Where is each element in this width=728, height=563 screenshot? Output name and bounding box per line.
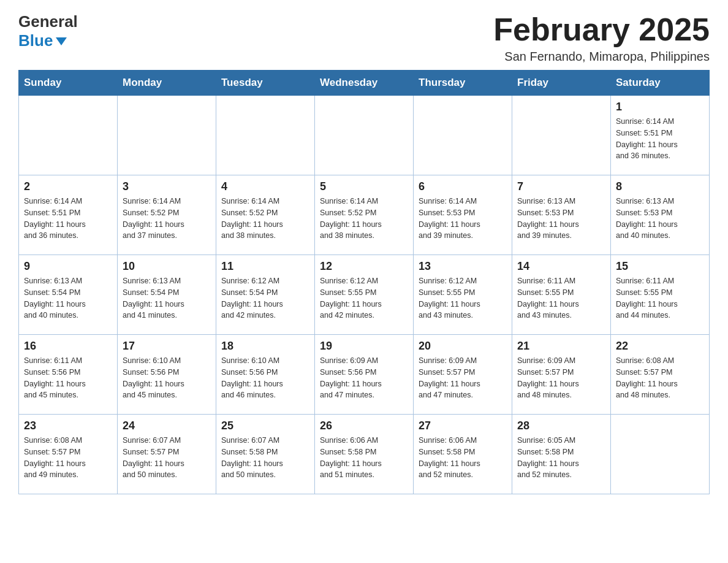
day-number: 26 — [320, 419, 408, 432]
day-info: Sunrise: 6:11 AM Sunset: 5:55 PM Dayligh… — [517, 275, 605, 321]
day-info: Sunrise: 6:09 AM Sunset: 5:56 PM Dayligh… — [320, 355, 408, 401]
calendar-cell: 20Sunrise: 6:09 AM Sunset: 5:57 PM Dayli… — [414, 335, 512, 415]
logo-blue-row: Blue — [18, 31, 67, 50]
calendar-cell — [611, 415, 710, 494]
calendar-body: 1Sunrise: 6:14 AM Sunset: 5:51 PM Daylig… — [19, 96, 710, 494]
month-title: February 2025 — [493, 12, 710, 47]
day-number: 16 — [24, 340, 112, 353]
day-number: 17 — [123, 340, 211, 353]
calendar-cell: 6Sunrise: 6:14 AM Sunset: 5:53 PM Daylig… — [414, 175, 512, 255]
calendar-cell: 25Sunrise: 6:07 AM Sunset: 5:58 PM Dayli… — [216, 415, 315, 494]
logo-blue-text: Blue — [18, 31, 53, 50]
logo-arrow-icon — [56, 37, 67, 45]
day-info: Sunrise: 6:11 AM Sunset: 5:55 PM Dayligh… — [616, 275, 704, 321]
day-number: 13 — [419, 260, 507, 273]
calendar-cell: 3Sunrise: 6:14 AM Sunset: 5:52 PM Daylig… — [118, 175, 216, 255]
day-number: 3 — [123, 180, 211, 193]
weekday-header-tuesday: Tuesday — [216, 71, 315, 96]
logo-general-text: General — [18, 12, 78, 31]
day-number: 4 — [221, 180, 309, 193]
weekday-header-wednesday: Wednesday — [315, 71, 414, 96]
calendar-week-row: 1Sunrise: 6:14 AM Sunset: 5:51 PM Daylig… — [19, 96, 710, 175]
calendar-cell: 8Sunrise: 6:13 AM Sunset: 5:53 PM Daylig… — [611, 175, 710, 255]
title-area: February 2025 San Fernando, Mimaropa, Ph… — [493, 12, 710, 64]
day-number: 11 — [221, 260, 309, 273]
day-info: Sunrise: 6:14 AM Sunset: 5:52 PM Dayligh… — [123, 196, 211, 242]
weekday-header-monday: Monday — [118, 71, 216, 96]
day-info: Sunrise: 6:13 AM Sunset: 5:54 PM Dayligh… — [24, 275, 112, 321]
day-number: 24 — [123, 419, 211, 432]
calendar-cell: 24Sunrise: 6:07 AM Sunset: 5:57 PM Dayli… — [118, 415, 216, 494]
day-number: 14 — [517, 260, 605, 273]
day-info: Sunrise: 6:13 AM Sunset: 5:53 PM Dayligh… — [517, 196, 605, 242]
calendar-cell — [118, 96, 216, 175]
calendar-week-row: 23Sunrise: 6:08 AM Sunset: 5:57 PM Dayli… — [19, 415, 710, 494]
calendar-cell — [414, 96, 512, 175]
logo-area: General Blue — [18, 12, 78, 50]
calendar-cell: 17Sunrise: 6:10 AM Sunset: 5:56 PM Dayli… — [118, 335, 216, 415]
day-info: Sunrise: 6:06 AM Sunset: 5:58 PM Dayligh… — [419, 435, 507, 481]
day-number: 10 — [123, 260, 211, 273]
day-number: 19 — [320, 340, 408, 353]
weekday-header-row: SundayMondayTuesdayWednesdayThursdayFrid… — [19, 71, 710, 96]
day-info: Sunrise: 6:14 AM Sunset: 5:52 PM Dayligh… — [320, 196, 408, 242]
day-info: Sunrise: 6:05 AM Sunset: 5:58 PM Dayligh… — [517, 435, 605, 481]
day-info: Sunrise: 6:07 AM Sunset: 5:58 PM Dayligh… — [221, 435, 309, 481]
calendar-cell: 18Sunrise: 6:10 AM Sunset: 5:56 PM Dayli… — [216, 335, 315, 415]
calendar-cell: 9Sunrise: 6:13 AM Sunset: 5:54 PM Daylig… — [19, 255, 118, 335]
day-number: 5 — [320, 180, 408, 193]
calendar-cell: 19Sunrise: 6:09 AM Sunset: 5:56 PM Dayli… — [315, 335, 414, 415]
calendar-cell — [216, 96, 315, 175]
page-header: General Blue February 2025 San Fernando,… — [18, 12, 710, 64]
day-number: 22 — [616, 340, 704, 353]
day-number: 8 — [616, 180, 704, 193]
calendar-cell: 12Sunrise: 6:12 AM Sunset: 5:55 PM Dayli… — [315, 255, 414, 335]
day-number: 23 — [24, 419, 112, 432]
calendar-cell: 15Sunrise: 6:11 AM Sunset: 5:55 PM Dayli… — [611, 255, 710, 335]
weekday-header-sunday: Sunday — [19, 71, 118, 96]
day-number: 18 — [221, 340, 309, 353]
day-number: 2 — [24, 180, 112, 193]
calendar-cell — [19, 96, 118, 175]
calendar-header: SundayMondayTuesdayWednesdayThursdayFrid… — [19, 71, 710, 96]
calendar-cell — [315, 96, 414, 175]
calendar-cell: 7Sunrise: 6:13 AM Sunset: 5:53 PM Daylig… — [512, 175, 611, 255]
day-number: 27 — [419, 419, 507, 432]
day-info: Sunrise: 6:13 AM Sunset: 5:53 PM Dayligh… — [616, 196, 704, 242]
calendar-cell: 2Sunrise: 6:14 AM Sunset: 5:51 PM Daylig… — [19, 175, 118, 255]
calendar-cell: 23Sunrise: 6:08 AM Sunset: 5:57 PM Dayli… — [19, 415, 118, 494]
day-number: 28 — [517, 419, 605, 432]
day-number: 12 — [320, 260, 408, 273]
calendar-cell — [512, 96, 611, 175]
day-info: Sunrise: 6:12 AM Sunset: 5:55 PM Dayligh… — [419, 275, 507, 321]
day-info: Sunrise: 6:07 AM Sunset: 5:57 PM Dayligh… — [123, 435, 211, 481]
calendar-cell: 4Sunrise: 6:14 AM Sunset: 5:52 PM Daylig… — [216, 175, 315, 255]
day-info: Sunrise: 6:14 AM Sunset: 5:53 PM Dayligh… — [419, 196, 507, 242]
day-info: Sunrise: 6:12 AM Sunset: 5:55 PM Dayligh… — [320, 275, 408, 321]
day-number: 7 — [517, 180, 605, 193]
day-number: 9 — [24, 260, 112, 273]
day-info: Sunrise: 6:14 AM Sunset: 5:52 PM Dayligh… — [221, 196, 309, 242]
calendar-cell: 13Sunrise: 6:12 AM Sunset: 5:55 PM Dayli… — [414, 255, 512, 335]
day-info: Sunrise: 6:14 AM Sunset: 5:51 PM Dayligh… — [616, 116, 704, 162]
calendar-cell: 26Sunrise: 6:06 AM Sunset: 5:58 PM Dayli… — [315, 415, 414, 494]
weekday-header-saturday: Saturday — [611, 71, 710, 96]
calendar-cell: 22Sunrise: 6:08 AM Sunset: 5:57 PM Dayli… — [611, 335, 710, 415]
day-info: Sunrise: 6:14 AM Sunset: 5:51 PM Dayligh… — [24, 196, 112, 242]
calendar-cell: 10Sunrise: 6:13 AM Sunset: 5:54 PM Dayli… — [118, 255, 216, 335]
calendar-cell: 5Sunrise: 6:14 AM Sunset: 5:52 PM Daylig… — [315, 175, 414, 255]
day-info: Sunrise: 6:10 AM Sunset: 5:56 PM Dayligh… — [123, 355, 211, 401]
calendar-week-row: 9Sunrise: 6:13 AM Sunset: 5:54 PM Daylig… — [19, 255, 710, 335]
day-number: 20 — [419, 340, 507, 353]
weekday-header-friday: Friday — [512, 71, 611, 96]
day-number: 25 — [221, 419, 309, 432]
day-info: Sunrise: 6:10 AM Sunset: 5:56 PM Dayligh… — [221, 355, 309, 401]
day-number: 21 — [517, 340, 605, 353]
calendar-cell: 14Sunrise: 6:11 AM Sunset: 5:55 PM Dayli… — [512, 255, 611, 335]
calendar-week-row: 2Sunrise: 6:14 AM Sunset: 5:51 PM Daylig… — [19, 175, 710, 255]
calendar-cell: 28Sunrise: 6:05 AM Sunset: 5:58 PM Dayli… — [512, 415, 611, 494]
calendar-cell: 1Sunrise: 6:14 AM Sunset: 5:51 PM Daylig… — [611, 96, 710, 175]
calendar-week-row: 16Sunrise: 6:11 AM Sunset: 5:56 PM Dayli… — [19, 335, 710, 415]
day-number: 15 — [616, 260, 704, 273]
location-title: San Fernando, Mimaropa, Philippines — [493, 50, 710, 64]
